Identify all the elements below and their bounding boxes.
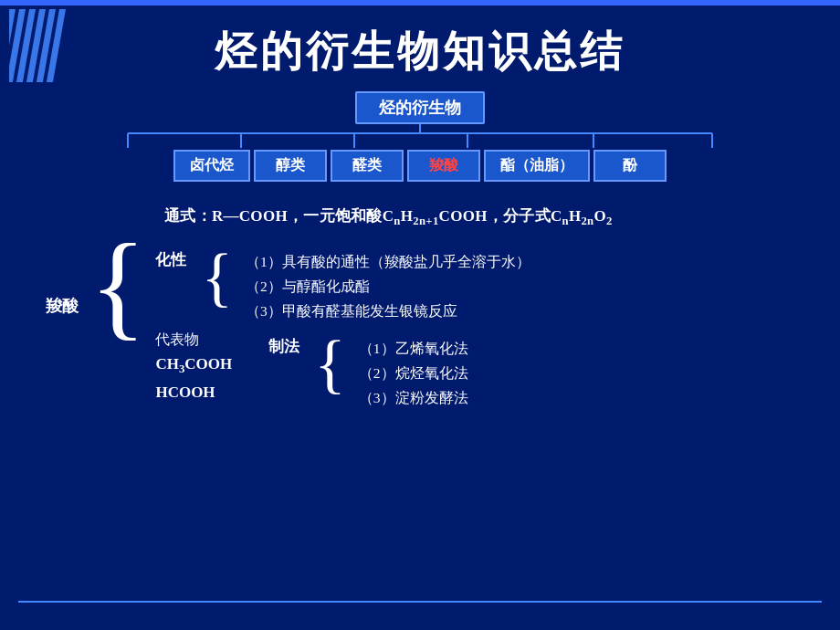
sub-cat-halide[interactable]: 卤代烃 (173, 150, 250, 182)
zhifa-brace: { (314, 331, 346, 396)
formula-line: 通式：R—COOH，一元饱和酸CnH2n+1COOH，分子式CnH2nO2 (164, 207, 613, 225)
rep-section: 代表物 CH3COOH HCOOH 制法 { （1）乙烯氧化法 （2）烷烃氧化法… (155, 331, 530, 410)
category-main-box: 烃的衍生物 (355, 91, 485, 124)
section-zhifa: 制法 { （1）乙烯氧化法 （2）烷烃氧化法 （3）淀粉发酵法 (268, 331, 467, 410)
zhifa-item-1: （1）乙烯氧化法 (359, 336, 468, 361)
main-title: 烃的衍生物知识总结 (0, 24, 840, 80)
sub-categories: 卤代烃 醇类 醛类 羧酸 酯（油脂） 酚 (0, 150, 840, 182)
rep-compounds-block: 代表物 CH3COOH HCOOH (155, 331, 232, 406)
title-section: 烃的衍生物知识总结 (0, 5, 840, 80)
zhifa-items: （1）乙烯氧化法 （2）烷烃氧化法 （3）淀粉发酵法 (359, 331, 468, 410)
sub-cat-phenol[interactable]: 酚 (593, 150, 667, 182)
rep-title-label: 代表物 (155, 331, 232, 350)
huaxing-item-3: （3）甲酸有醛基能发生银镜反应 (246, 299, 530, 323)
slide: 烃的衍生物知识总结 烃的衍生物 卤代烃 醇类 醛类 羧酸 酯（油脂） (0, 0, 840, 630)
huaxing-items: （1）具有酸的通性（羧酸盐几乎全溶于水） （2）与醇酯化成酯 （3）甲酸有醛基能… (246, 244, 530, 323)
huaxing-item-1: （1）具有酸的通性（羧酸盐几乎全溶于水） (246, 249, 530, 274)
big-left-brace: { (89, 226, 146, 344)
bottom-separator-line (18, 601, 822, 603)
huaxing-item-2: （2）与醇酯化成酯 (246, 274, 530, 299)
zhifa-item-2: （2）烷烃氧化法 (359, 361, 468, 385)
sub-cat-ester[interactable]: 酯（油脂） (484, 150, 590, 182)
tree-connector-svg (82, 124, 758, 150)
sub-cat-alcohol[interactable]: 醇类 (254, 150, 327, 182)
huaxing-label: 化性 (155, 244, 188, 270)
left-stripes-decoration (9, 9, 64, 91)
sub-cat-aldehyde[interactable]: 醛类 (331, 150, 404, 182)
sub-cat-acid[interactable]: 羧酸 (407, 150, 480, 182)
rep-formula-1: CH3COOH (155, 352, 232, 380)
huaxing-brace: { (201, 244, 233, 310)
section-huaxing: 化性 { （1）具有酸的通性（羧酸盐几乎全溶于水） （2）与醇酯化成酯 （3）甲… (155, 244, 530, 323)
rep-formula-2: HCOOH (155, 380, 232, 406)
main-content-row: 羧酸 { 化性 { （1）具有酸的通性（羧酸盐几乎全溶于水） （2）与醇酯化成酯… (46, 240, 813, 420)
left-acid-label: 羧酸 (46, 295, 79, 317)
category-main-container: 烃的衍生物 (0, 91, 840, 124)
zhifa-item-3: （3）淀粉发酵法 (359, 385, 468, 410)
formula-area: 通式：R—COOH，一元饱和酸CnH2n+1COOH，分子式CnH2nO2 (110, 204, 813, 231)
middle-content: 化性 { （1）具有酸的通性（羧酸盐几乎全溶于水） （2）与醇酯化成酯 （3）甲… (155, 240, 530, 420)
zhifa-label: 制法 (268, 331, 301, 357)
